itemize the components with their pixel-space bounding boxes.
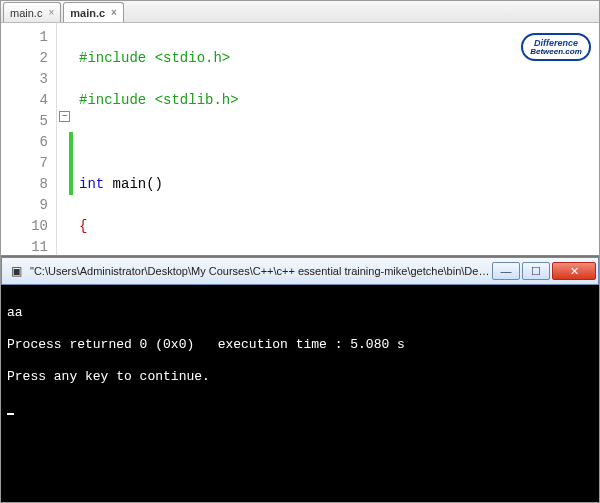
line-number: 2	[1, 48, 48, 69]
close-icon: ✕	[570, 265, 579, 278]
console-line: aa	[7, 305, 593, 321]
window-buttons: — ☐ ✕	[492, 262, 596, 280]
app-icon: ▣	[8, 263, 24, 279]
maximize-icon: ☐	[531, 265, 541, 278]
line-number: 9	[1, 195, 48, 216]
close-icon[interactable]: ×	[48, 7, 54, 18]
token-preprocessor: #include	[79, 92, 155, 108]
close-icon[interactable]: ×	[111, 7, 117, 18]
token-ident: main	[113, 176, 147, 192]
console-window: ▣ "C:\Users\Administrator\Desktop\My Cou…	[1, 256, 599, 503]
code-line[interactable]: #include <stdio.h>	[79, 48, 239, 69]
console-title-bar[interactable]: ▣ "C:\Users\Administrator\Desktop\My Cou…	[1, 257, 599, 285]
code-line[interactable]: int main()	[79, 174, 239, 195]
close-button[interactable]: ✕	[552, 262, 596, 280]
token-brace: {	[79, 218, 87, 234]
console-title-text: "C:\Users\Administrator\Desktop\My Cours…	[30, 265, 492, 277]
code-area[interactable]: 1 2 3 4 5 6 7 8 9 10 11 − #include <stdi…	[1, 23, 599, 255]
line-number: 6	[1, 132, 48, 153]
minimize-icon: —	[501, 265, 512, 277]
token-paren: ()	[146, 176, 163, 192]
line-number: 4	[1, 90, 48, 111]
token-header: <stdio.h>	[155, 50, 231, 66]
cursor-icon	[7, 413, 14, 415]
line-number: 7	[1, 153, 48, 174]
code-line[interactable]	[79, 132, 239, 153]
code-lines[interactable]: #include <stdio.h> #include <stdlib.h> i…	[73, 23, 239, 255]
tab-main-c-2[interactable]: main.c ×	[63, 2, 124, 22]
line-number: 5	[1, 111, 48, 132]
line-number: 11	[1, 237, 48, 258]
tab-bar: main.c × main.c ×	[1, 1, 599, 23]
token-header: <stdlib.h>	[155, 92, 239, 108]
console-output[interactable]: aa Process returned 0 (0x0) execution ti…	[1, 285, 599, 440]
change-marker	[69, 132, 73, 195]
line-number: 10	[1, 216, 48, 237]
token-keyword: int	[79, 176, 113, 192]
console-line: Process returned 0 (0x0) execution time …	[7, 337, 593, 353]
line-number: 8	[1, 174, 48, 195]
console-line: Press any key to continue.	[7, 369, 593, 385]
minimize-button[interactable]: —	[492, 262, 520, 280]
token-preprocessor: #include	[79, 50, 155, 66]
tab-main-c-1[interactable]: main.c ×	[3, 2, 61, 22]
code-editor-pane: main.c × main.c × Difference Between.com…	[1, 1, 599, 256]
fold-toggle-icon[interactable]: −	[59, 111, 70, 122]
line-number: 3	[1, 69, 48, 90]
line-number-gutter: 1 2 3 4 5 6 7 8 9 10 11	[1, 23, 57, 255]
code-line[interactable]: {	[79, 216, 239, 237]
line-number: 1	[1, 27, 48, 48]
tab-label: main.c	[10, 7, 42, 19]
code-line[interactable]: #include <stdlib.h>	[79, 90, 239, 111]
tab-label: main.c	[70, 7, 105, 19]
maximize-button[interactable]: ☐	[522, 262, 550, 280]
